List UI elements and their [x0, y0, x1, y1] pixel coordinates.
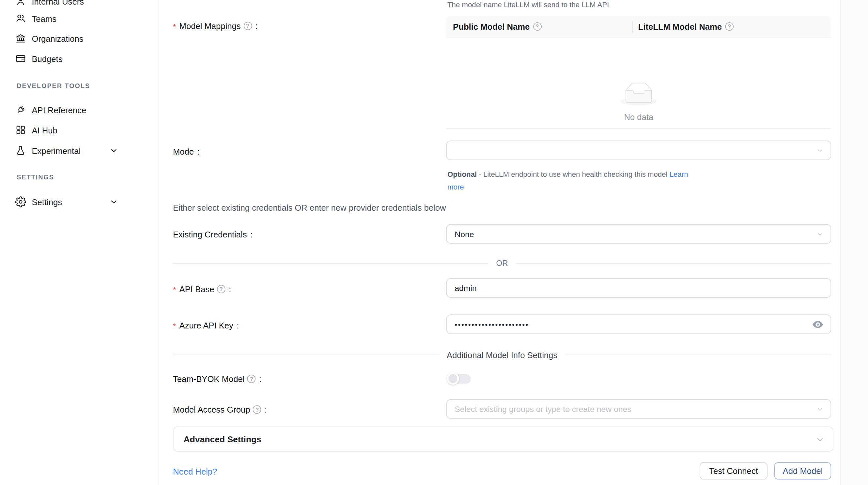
litellm-admin-ui: Internal Users Teams Organizations Budge… — [0, 0, 868, 485]
sidebar-item-label: Internal Users — [32, 0, 84, 6]
required-marker: * — [173, 322, 176, 330]
divider-line — [173, 263, 489, 263]
chevron-down-icon — [109, 197, 118, 206]
masked-password-value: •••••••••••••••••••••• — [455, 321, 529, 329]
page-background-strip — [840, 0, 868, 485]
team-byok-label: Team-BYOK Model : — [173, 373, 261, 384]
sidebar-item-api-reference[interactable]: API Reference — [0, 100, 158, 120]
help-icon[interactable] — [253, 405, 261, 414]
chevron-down-icon — [817, 147, 824, 154]
help-icon[interactable] — [243, 22, 252, 30]
help-icon[interactable] — [533, 22, 541, 31]
model-mappings-label: * Model Mappings : — [173, 20, 257, 31]
chevron-down-icon — [109, 146, 118, 155]
test-connect-button[interactable]: Test Connect — [700, 462, 768, 480]
empty-inbox-icon — [621, 83, 656, 105]
user-icon — [15, 0, 26, 7]
add-model-form: The model name LiteLLM will send to the … — [159, 0, 840, 485]
sidebar-item-ai-hub[interactable]: AI Hub — [0, 120, 158, 140]
bank-icon — [15, 33, 26, 44]
sidebar: Internal Users Teams Organizations Budge… — [0, 0, 159, 485]
add-model-button[interactable]: Add Model — [774, 462, 831, 480]
required-marker: * — [173, 22, 176, 31]
grid-icon — [15, 124, 26, 135]
eye-icon[interactable] — [811, 318, 824, 330]
api-base-label: * API Base : — [173, 283, 231, 294]
sidebar-item-label: AI Hub — [32, 125, 57, 135]
sidebar-item-label: Organizations — [32, 34, 83, 43]
sidebar-item-label: API Reference — [32, 105, 86, 115]
flask-icon — [15, 145, 26, 156]
model-mappings-table: Public Model Name LiteLLM Model Name — [446, 15, 832, 129]
chevron-down-icon — [817, 231, 824, 237]
sidebar-item-label: Budgets — [32, 54, 62, 63]
model-access-group-label: Model Access Group : — [173, 404, 267, 415]
azure-api-key-input[interactable]: •••••••••••••••••••••• — [446, 315, 832, 334]
toggle-knob — [447, 373, 459, 385]
sidebar-item-experimental[interactable]: Experimental — [0, 140, 158, 161]
credit-card-icon — [15, 53, 26, 64]
api-base-input[interactable]: admin — [446, 278, 832, 298]
help-icon[interactable] — [247, 375, 256, 383]
credentials-note: Either select existing credentials OR en… — [173, 203, 446, 212]
sidebar-item-label: Teams — [32, 14, 57, 23]
or-divider: OR — [173, 259, 831, 267]
mode-label: Mode : — [173, 146, 200, 157]
team-byok-toggle[interactable] — [448, 374, 471, 384]
table-header-row: Public Model Name LiteLLM Model Name — [446, 15, 832, 38]
plug-icon — [15, 104, 26, 116]
divider-line — [173, 355, 439, 355]
sidebar-section-developer-tools: DEVELOPER TOOLS — [17, 83, 90, 90]
divider-line — [565, 355, 831, 355]
additional-settings-divider: Additional Model Info Settings — [173, 350, 831, 360]
help-icon[interactable] — [725, 22, 734, 31]
table-empty-body: No data — [446, 38, 832, 129]
select-placeholder: Select existing groups or type to create… — [455, 405, 631, 413]
column-header-public-model-name: Public Model Name — [446, 15, 632, 37]
column-divider — [632, 21, 633, 33]
no-data-text: No data — [446, 112, 832, 122]
model-access-group-select[interactable]: Select existing groups or type to create… — [446, 399, 832, 419]
sidebar-section-settings: SETTINGS — [17, 174, 54, 182]
help-icon[interactable] — [217, 285, 225, 293]
gear-icon — [15, 196, 26, 207]
advanced-settings-title: Advanced Settings — [183, 434, 261, 444]
chevron-down-icon — [816, 435, 824, 443]
sidebar-item-organizations[interactable]: Organizations — [0, 28, 158, 48]
users-icon — [15, 13, 26, 24]
divider-line — [516, 263, 831, 263]
chevron-down-icon — [817, 406, 824, 413]
required-marker: * — [173, 285, 176, 294]
mode-help-text: Optional - LiteLLM endpoint to use when … — [447, 168, 832, 194]
model-name-help-text: The model name LiteLLM will send to the … — [447, 1, 832, 9]
existing-credentials-label: Existing Credentials : — [173, 229, 253, 240]
existing-credentials-select[interactable]: None — [446, 224, 832, 244]
azure-api-key-label: * Azure API Key : — [173, 320, 239, 331]
column-header-litellm-model-name: LiteLLM Model Name — [632, 15, 831, 37]
sidebar-item-budgets[interactable]: Budgets — [0, 48, 158, 69]
need-help-link[interactable]: Need Help? — [173, 467, 217, 476]
sidebar-item-label: Settings — [32, 197, 62, 206]
advanced-settings-panel[interactable]: Advanced Settings — [173, 427, 833, 452]
sidebar-item-settings[interactable]: Settings — [0, 192, 158, 212]
sidebar-item-label: Experimental — [32, 146, 81, 155]
sidebar-item-teams[interactable]: Teams — [0, 8, 158, 29]
mode-select[interactable] — [446, 140, 832, 160]
